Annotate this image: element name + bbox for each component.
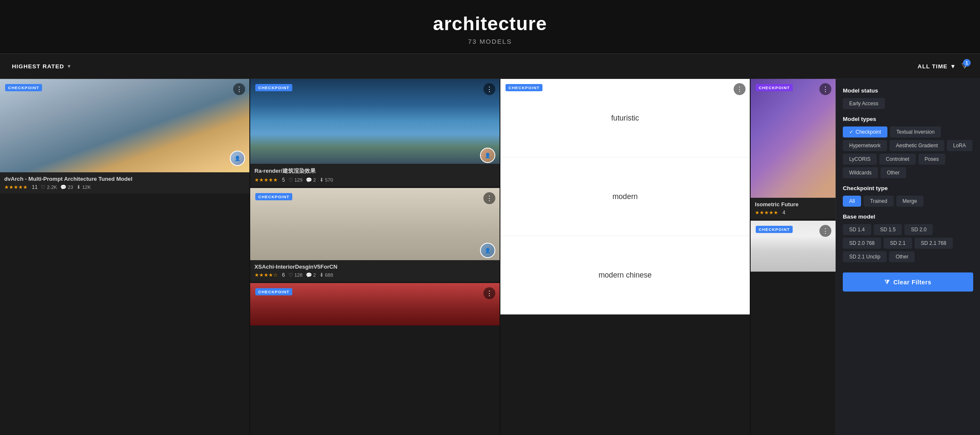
chip-sd20[interactable]: SD 2.0	[904, 224, 933, 235]
chip-aesthetic-gradient[interactable]: Aesthetic Gradient	[890, 140, 944, 151]
card-menu-button[interactable]: ⋮	[819, 225, 831, 237]
card-info: Ra-render/建筑渲染效果 ★★★★★ 5 ♡ 129 💬 2 ⬇ 570	[250, 164, 500, 186]
chip-sd21-unclip[interactable]: SD 2.1 Unclip	[843, 251, 887, 262]
avatar: 👤	[480, 243, 495, 258]
avatar-image: 👤	[481, 149, 494, 162]
card-name: Ra-render/建筑渲染效果	[254, 167, 495, 175]
card-info: dvArch - Multi-Prompt Architecture Tuned…	[0, 172, 249, 194]
star-rating: ★★★★☆	[254, 272, 278, 278]
star-rating: ★★★★★	[755, 210, 778, 216]
toolbar: HIGHEST RATED ▼ ALL TIME ▼ ⧩ 1	[0, 54, 980, 79]
chip-controlnet[interactable]: Controlnet	[879, 154, 915, 165]
model-status-section-title: Model status	[843, 87, 973, 94]
chevron-down-icon: ▼	[950, 63, 956, 70]
chip-all[interactable]: All	[843, 196, 861, 207]
clear-filters-button[interactable]: ⧩ Clear Filters	[843, 272, 973, 292]
card-column-3: CHECKPOINT ⋮ futuristic modern modern ch…	[500, 79, 751, 435]
card-menu-button[interactable]: ⋮	[819, 83, 831, 95]
comments-count: 💬 2	[306, 177, 316, 183]
base-model-section-title: Base model	[843, 213, 973, 220]
clear-filters-label: Clear Filters	[893, 279, 932, 286]
chip-lora[interactable]: LoRA	[947, 140, 972, 151]
text-card-modern-chinese[interactable]: modern chinese	[500, 236, 750, 314]
card-column-2: CHECKPOINT ⋮ 👤 Ra-render/建筑渲染效果 ★★★★★ 5 …	[250, 79, 500, 435]
time-filter-button[interactable]: ALL TIME ▼	[918, 63, 956, 70]
chip-merge[interactable]: Merge	[896, 196, 924, 207]
sort-button[interactable]: HIGHEST RATED ▼	[12, 63, 72, 70]
toolbar-right: ALL TIME ▼ ⧩ 1	[918, 62, 968, 71]
star-rating: ★★★★★	[254, 177, 278, 183]
card-badge: CHECKPOINT	[5, 84, 42, 91]
card-col4-second[interactable]: CHECKPOINT ⋮	[751, 221, 836, 272]
chip-early-access[interactable]: Early Access	[843, 98, 885, 109]
avatar: 👤	[230, 151, 245, 166]
card-isometric[interactable]: CHECKPOINT ⋮ Isometric Future ★★★★★ 4	[751, 79, 836, 219]
comments-count: 💬 23	[60, 184, 73, 190]
card-badge: CHECKPOINT	[255, 288, 292, 295]
chip-trained[interactable]: Trained	[864, 196, 893, 207]
likes-count: ♡ 128	[288, 272, 302, 278]
filter-badge: 1	[963, 59, 971, 67]
card-menu-button[interactable]: ⋮	[483, 287, 495, 299]
card-stats: ★★★★★ 4	[755, 210, 831, 216]
card-image	[250, 79, 500, 164]
card-ra-render[interactable]: CHECKPOINT ⋮ 👤 Ra-render/建筑渲染效果 ★★★★★ 5 …	[250, 79, 500, 186]
card-dvarch[interactable]: CHECKPOINT ⋮ 👤 dvArch - Multi-Prompt Arc…	[0, 79, 249, 194]
model-count: 73 MODELS	[8, 38, 972, 45]
likes-count: ♡ 129	[288, 177, 302, 183]
chip-other-type[interactable]: Other	[881, 167, 906, 178]
main-layout: CHECKPOINT ⋮ 👤 dvArch - Multi-Prompt Arc…	[0, 79, 980, 435]
chip-hypernetwork[interactable]: Hypernetwork	[843, 140, 887, 151]
card-info: Isometric Future ★★★★★ 4	[751, 198, 836, 219]
time-label: ALL TIME	[918, 63, 947, 70]
card-name: XSAchi-InteriorDesginV5ForCN	[254, 264, 495, 270]
downloads-count: ⬇ 570	[319, 177, 333, 183]
chip-checkpoint[interactable]: ✓ Checkpoint	[843, 126, 887, 138]
text-card-modern[interactable]: modern	[500, 157, 750, 236]
card-stats: ★★★★☆ 6 ♡ 128 💬 2 ⬇ 688	[254, 272, 495, 278]
checkpoint-type-section-title: Checkpoint type	[843, 185, 973, 191]
card-image	[751, 79, 836, 198]
card-name: Isometric Future	[755, 201, 831, 208]
chip-textual-inversion[interactable]: Textual Inversion	[890, 126, 941, 138]
card-menu-button[interactable]: ⋮	[734, 83, 746, 95]
chip-other-base[interactable]: Other	[889, 251, 915, 262]
card-stats: ★★★★★ 11 ♡ 2.2K 💬 23 ⬇ 12K	[4, 184, 245, 190]
card-xsachi[interactable]: CHECKPOINT ⋮ 👤 XSAchi-InteriorDesginV5Fo…	[250, 188, 500, 281]
card-menu-button[interactable]: ⋮	[483, 192, 495, 204]
checkmark-icon: ✓	[849, 129, 853, 135]
card-column-1: CHECKPOINT ⋮ 👤 dvArch - Multi-Prompt Arc…	[0, 79, 250, 435]
card-menu-button[interactable]: ⋮	[483, 83, 495, 95]
filter-button[interactable]: ⧩ 1	[961, 62, 968, 71]
card-menu-button[interactable]: ⋮	[233, 83, 245, 95]
avatar-image: 👤	[231, 152, 244, 165]
card-name: dvArch - Multi-Prompt Architecture Tuned…	[4, 176, 245, 182]
card-info: XSAchi-InteriorDesginV5ForCN ★★★★☆ 6 ♡ 1…	[250, 260, 500, 281]
rating-count: 11	[32, 184, 37, 190]
chip-lycoris[interactable]: LyCORIS	[843, 154, 877, 165]
chip-poses[interactable]: Poses	[918, 154, 945, 165]
chip-sd14[interactable]: SD 1.4	[843, 224, 871, 235]
chip-sd21-768[interactable]: SD 2.1 768	[915, 238, 953, 249]
card-badge: CHECKPOINT	[756, 84, 793, 91]
page-title: architecture	[8, 13, 972, 34]
chip-sd15[interactable]: SD 1.5	[874, 224, 902, 235]
avatar-image: 👤	[481, 244, 494, 257]
page-header: architecture 73 MODELS	[0, 0, 980, 54]
chevron-down-icon: ▼	[67, 64, 72, 69]
filter-panel: Model status Early Access Model types ✓ …	[836, 79, 980, 435]
chip-sd20-768[interactable]: SD 2.0 768	[843, 238, 881, 249]
chip-wildcards[interactable]: Wildcards	[843, 167, 878, 178]
filter-icon: ⧩	[884, 278, 890, 286]
model-status-chips: Early Access	[843, 98, 973, 109]
cards-area: CHECKPOINT ⋮ 👤 dvArch - Multi-Prompt Arc…	[0, 79, 836, 435]
text-label: futuristic	[611, 114, 639, 123]
card-image	[0, 79, 249, 172]
text-label: modern	[613, 192, 638, 201]
card-stats: ★★★★★ 5 ♡ 129 💬 2 ⬇ 570	[254, 177, 495, 183]
model-types-section-title: Model types	[843, 116, 973, 122]
card-badge: CHECKPOINT	[756, 226, 793, 233]
chip-sd21[interactable]: SD 2.1	[884, 238, 912, 249]
star-rating: ★★★★★	[4, 184, 28, 190]
card-checkpoint-bottom[interactable]: CHECKPOINT ⋮	[250, 283, 500, 326]
